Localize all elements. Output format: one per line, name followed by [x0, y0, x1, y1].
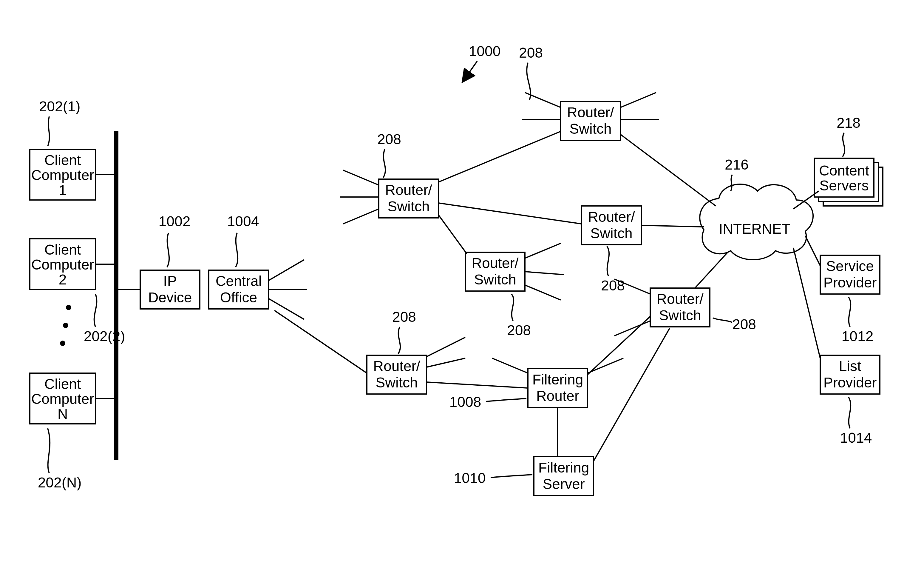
r6-a: Router/	[657, 291, 704, 307]
svg-line-15	[343, 209, 379, 224]
svg-line-42	[462, 61, 477, 82]
clientN-line1: Client	[44, 376, 81, 392]
svg-line-55	[794, 248, 820, 358]
ref-internet: 216	[725, 157, 749, 191]
internet-cloud: INTERNET	[700, 184, 813, 260]
ref-r6: 208	[713, 316, 756, 332]
client2-line1: Client	[44, 242, 81, 258]
r2-b: Switch	[569, 121, 611, 137]
svg-line-23	[525, 272, 564, 274]
svg-line-19	[621, 93, 656, 107]
ref-client1-text: 202(1)	[39, 98, 80, 114]
svg-line-22	[525, 243, 561, 258]
svg-line-49	[426, 382, 528, 388]
sp-a: Service	[826, 258, 874, 274]
ref-fs-text: 1010	[454, 470, 486, 486]
fr-b: Router	[536, 388, 579, 404]
fr-a: Filtering	[533, 372, 583, 388]
internet-label: INTERNET	[719, 221, 790, 237]
central-office-line2: Office	[220, 290, 258, 305]
svg-line-43	[438, 131, 561, 182]
client-computer-2: Client Computer 2	[30, 239, 116, 290]
ref-r1: 208	[377, 131, 401, 178]
sp-b: Provider	[823, 274, 877, 290]
svg-line-27	[426, 337, 465, 357]
client-computer-1: Client Computer 1	[30, 149, 116, 200]
ref-r2: 208	[519, 45, 543, 100]
clientN-line2: Computer	[31, 391, 94, 407]
cs-a: Content	[819, 163, 869, 178]
r2-a: Router/	[567, 104, 614, 120]
lp-b: Provider	[823, 375, 877, 390]
svg-line-51	[594, 328, 669, 461]
ellipsis-dot	[63, 323, 68, 328]
r3-b: Switch	[474, 272, 516, 287]
client1-line3: 1	[59, 182, 67, 198]
r4-a: Router/	[588, 209, 635, 225]
svg-line-48	[695, 252, 728, 288]
ref-internet-text: 216	[725, 157, 749, 172]
ref-filtering-router: 1008	[449, 394, 526, 410]
fs-a: Filtering	[538, 460, 589, 476]
central-office: Central Office	[209, 270, 269, 309]
router-switch-6: Router/ Switch	[650, 288, 710, 327]
router-switch-1: Router/ Switch	[379, 179, 438, 218]
ellipsis-dot	[60, 341, 65, 346]
filtering-server: Filtering Server	[534, 407, 594, 495]
router-switch-3: Router/ Switch	[465, 252, 525, 291]
svg-line-33	[492, 358, 528, 373]
ref-r4: 208	[601, 246, 625, 293]
router-switch-2: Router/ Switch	[561, 101, 621, 140]
client-computer-n: Client Computer N	[30, 373, 116, 424]
r6-b: Switch	[659, 308, 701, 323]
svg-line-50	[588, 316, 650, 375]
ref-list-provider: 1014	[840, 397, 872, 446]
r1-a: Router/	[385, 182, 432, 198]
ref-client1: 202(1)	[39, 98, 80, 146]
client2-line3: 2	[59, 272, 67, 287]
r4-b: Switch	[590, 226, 632, 241]
svg-line-13	[343, 170, 379, 185]
ref-lp-text: 1014	[840, 430, 872, 446]
svg-line-28	[426, 358, 465, 367]
ref-r4-text: 208	[601, 278, 625, 293]
svg-line-47	[641, 226, 704, 227]
ref-client2-text: 202(2)	[84, 328, 125, 344]
svg-line-52	[274, 311, 367, 373]
ref-r3-text: 208	[507, 322, 531, 338]
svg-line-54	[805, 236, 820, 266]
ip-device: IP Device	[116, 270, 200, 309]
ellipsis-dot	[66, 305, 71, 310]
cs-b: Servers	[819, 178, 869, 194]
ip-device-line2: Device	[148, 290, 192, 305]
svg-line-24	[525, 285, 561, 300]
ref-r1-text: 208	[377, 131, 401, 147]
clientN-line3: N	[58, 406, 68, 422]
ref-r5-text: 208	[392, 309, 416, 325]
svg-line-44	[438, 203, 581, 224]
ref-r2-text: 208	[519, 45, 543, 61]
svg-line-34	[588, 358, 623, 373]
svg-line-11	[269, 298, 304, 319]
ref-filtering-server: 1010	[454, 470, 533, 486]
r5-a: Router/	[373, 358, 420, 374]
ip-device-line1: IP	[163, 273, 176, 289]
svg-line-45	[438, 215, 467, 254]
ref-service-provider: 1012	[842, 297, 874, 344]
list-provider: List Provider	[820, 355, 880, 394]
ref-ipdevice: 1002	[159, 213, 190, 267]
ref-overall: 1000	[462, 43, 500, 82]
network-diagram: Client Computer 1 202(1) Client Computer…	[0, 0, 924, 574]
filtering-router: Filtering Router	[528, 369, 588, 407]
ref-fr-text: 1008	[449, 394, 481, 410]
router-switch-5: Router/ Switch	[367, 355, 426, 394]
fs-b: Server	[542, 476, 585, 492]
ref-r6-text: 208	[732, 316, 756, 332]
svg-line-46	[621, 134, 716, 206]
client1-line2: Computer	[31, 167, 94, 183]
router-switch-4: Router/ Switch	[581, 206, 641, 245]
client1-line1: Client	[44, 152, 81, 168]
svg-line-9	[269, 260, 304, 281]
r5-b: Switch	[376, 375, 418, 390]
client2-line2: Computer	[31, 257, 94, 273]
